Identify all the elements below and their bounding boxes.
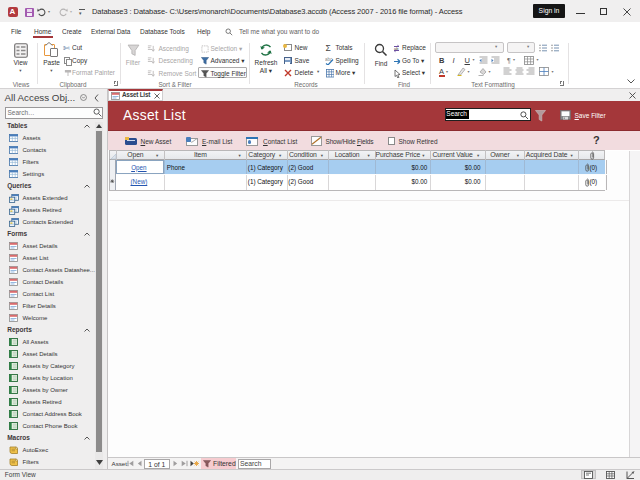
- svg-text:ab: ab: [394, 46, 399, 51]
